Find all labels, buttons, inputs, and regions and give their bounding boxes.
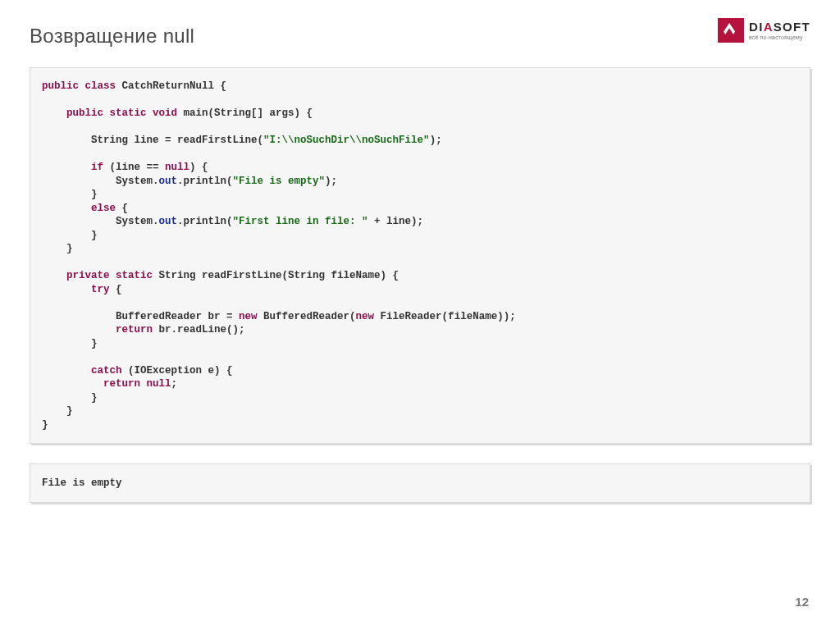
code-block: public class CatchReturnNull { public st…: [30, 67, 810, 444]
logo-name: DIASOFT: [749, 21, 810, 33]
logo-name-a: DI: [749, 20, 764, 34]
logo-name-c: SOFT: [774, 20, 810, 34]
logo-text: DIASOFT всё по-настоящему: [749, 21, 810, 40]
logo-name-b: A: [764, 20, 774, 34]
output-block: File is empty: [30, 463, 810, 503]
slide-title: Возвращение null: [30, 25, 810, 48]
logo-tagline: всё по-настоящему: [749, 34, 810, 40]
brand-logo: DIASOFT всё по-настоящему: [718, 18, 810, 43]
logo-icon: [718, 18, 744, 43]
page-number: 12: [795, 595, 809, 609]
slide: Возвращение null DIASOFT всё по-настояще…: [0, 0, 840, 630]
